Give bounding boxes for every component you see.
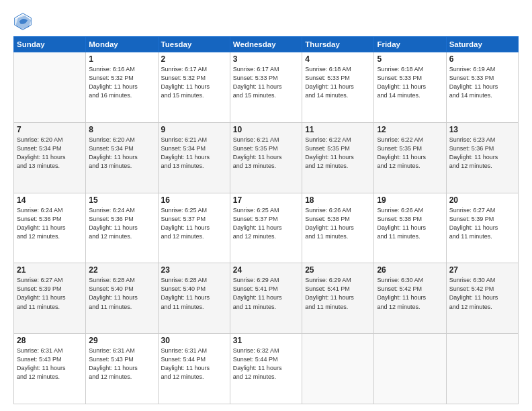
calendar-cell: 31Sunrise: 6:32 AM Sunset: 5:44 PM Dayli…	[230, 334, 302, 404]
day-info: Sunrise: 6:27 AM Sunset: 5:39 PM Dayligh…	[449, 206, 515, 241]
calendar-cell: 22Sunrise: 6:28 AM Sunset: 5:40 PM Dayli…	[86, 263, 158, 334]
day-info: Sunrise: 6:24 AM Sunset: 5:36 PM Dayligh…	[17, 206, 83, 241]
day-info: Sunrise: 6:26 AM Sunset: 5:38 PM Dayligh…	[377, 206, 443, 241]
day-number: 20	[449, 195, 515, 205]
calendar-cell: 8Sunrise: 6:20 AM Sunset: 5:34 PM Daylig…	[86, 122, 158, 193]
calendar-cell: 25Sunrise: 6:29 AM Sunset: 5:41 PM Dayli…	[302, 263, 374, 334]
day-info: Sunrise: 6:30 AM Sunset: 5:42 PM Dayligh…	[377, 276, 443, 311]
day-number: 17	[233, 195, 299, 205]
day-number: 19	[377, 195, 443, 205]
day-number: 21	[17, 265, 83, 275]
calendar-cell: 4Sunrise: 6:18 AM Sunset: 5:33 PM Daylig…	[302, 52, 374, 123]
day-info: Sunrise: 6:28 AM Sunset: 5:40 PM Dayligh…	[89, 276, 154, 311]
calendar-cell: 14Sunrise: 6:24 AM Sunset: 5:36 PM Dayli…	[14, 193, 86, 263]
calendar-cell	[374, 334, 446, 404]
day-info: Sunrise: 6:26 AM Sunset: 5:38 PM Dayligh…	[305, 206, 371, 241]
day-info: Sunrise: 6:17 AM Sunset: 5:32 PM Dayligh…	[161, 65, 227, 100]
day-info: Sunrise: 6:30 AM Sunset: 5:42 PM Dayligh…	[449, 276, 515, 311]
day-number: 13	[449, 125, 515, 134]
week-row-2: 7Sunrise: 6:20 AM Sunset: 5:34 PM Daylig…	[14, 122, 519, 193]
day-info: Sunrise: 6:31 AM Sunset: 5:44 PM Dayligh…	[161, 347, 227, 381]
day-number: 16	[161, 195, 227, 205]
calendar-cell: 3Sunrise: 6:17 AM Sunset: 5:33 PM Daylig…	[230, 52, 302, 123]
calendar-cell: 7Sunrise: 6:20 AM Sunset: 5:34 PM Daylig…	[14, 122, 86, 193]
calendar-cell: 17Sunrise: 6:25 AM Sunset: 5:37 PM Dayli…	[230, 193, 302, 263]
day-info: Sunrise: 6:25 AM Sunset: 5:37 PM Dayligh…	[161, 206, 227, 241]
calendar-cell: 10Sunrise: 6:21 AM Sunset: 5:35 PM Dayli…	[230, 122, 302, 193]
weekday-header-thursday: Thursday	[302, 37, 374, 52]
calendar-cell: 30Sunrise: 6:31 AM Sunset: 5:44 PM Dayli…	[158, 334, 230, 404]
week-row-5: 28Sunrise: 6:31 AM Sunset: 5:43 PM Dayli…	[14, 334, 519, 404]
day-number: 29	[89, 336, 154, 345]
day-number: 24	[233, 265, 299, 275]
day-number: 1	[89, 54, 154, 64]
day-number: 18	[305, 195, 371, 205]
calendar-cell: 6Sunrise: 6:19 AM Sunset: 5:33 PM Daylig…	[446, 52, 518, 123]
calendar-cell	[302, 334, 374, 404]
day-number: 31	[233, 336, 299, 345]
weekday-header-tuesday: Tuesday	[158, 37, 230, 52]
day-number: 2	[161, 54, 227, 64]
calendar-cell: 20Sunrise: 6:27 AM Sunset: 5:39 PM Dayli…	[446, 193, 518, 263]
day-number: 28	[17, 336, 83, 345]
day-info: Sunrise: 6:32 AM Sunset: 5:44 PM Dayligh…	[233, 347, 299, 381]
calendar-cell	[446, 334, 518, 404]
day-number: 6	[449, 54, 515, 64]
calendar-cell: 26Sunrise: 6:30 AM Sunset: 5:42 PM Dayli…	[374, 263, 446, 334]
day-info: Sunrise: 6:23 AM Sunset: 5:36 PM Dayligh…	[449, 136, 515, 171]
weekday-header-wednesday: Wednesday	[230, 37, 302, 52]
calendar-cell: 29Sunrise: 6:31 AM Sunset: 5:43 PM Dayli…	[86, 334, 158, 404]
calendar-cell: 2Sunrise: 6:17 AM Sunset: 5:32 PM Daylig…	[158, 52, 230, 123]
calendar-cell: 23Sunrise: 6:28 AM Sunset: 5:40 PM Dayli…	[158, 263, 230, 334]
day-number: 14	[17, 195, 83, 205]
calendar-cell: 1Sunrise: 6:16 AM Sunset: 5:32 PM Daylig…	[86, 52, 158, 123]
calendar-cell: 5Sunrise: 6:18 AM Sunset: 5:33 PM Daylig…	[374, 52, 446, 123]
calendar-cell: 13Sunrise: 6:23 AM Sunset: 5:36 PM Dayli…	[446, 122, 518, 193]
week-row-4: 21Sunrise: 6:27 AM Sunset: 5:39 PM Dayli…	[14, 263, 519, 334]
logo	[13, 12, 35, 31]
logo-icon	[13, 12, 32, 31]
weekday-header-sunday: Sunday	[14, 37, 86, 52]
day-number: 4	[305, 54, 371, 64]
day-info: Sunrise: 6:29 AM Sunset: 5:41 PM Dayligh…	[305, 276, 371, 311]
day-number: 22	[89, 265, 154, 275]
day-number: 8	[89, 125, 154, 134]
day-info: Sunrise: 6:22 AM Sunset: 5:35 PM Dayligh…	[305, 136, 371, 171]
day-number: 27	[449, 265, 515, 275]
day-number: 10	[233, 125, 299, 134]
day-info: Sunrise: 6:18 AM Sunset: 5:33 PM Dayligh…	[305, 65, 371, 100]
calendar-cell	[14, 52, 86, 123]
day-number: 5	[377, 54, 443, 64]
day-number: 3	[233, 54, 299, 64]
calendar-cell: 28Sunrise: 6:31 AM Sunset: 5:43 PM Dayli…	[14, 334, 86, 404]
day-number: 12	[377, 125, 443, 134]
weekday-header-row: SundayMondayTuesdayWednesdayThursdayFrid…	[14, 37, 519, 52]
day-info: Sunrise: 6:17 AM Sunset: 5:33 PM Dayligh…	[233, 65, 299, 100]
day-info: Sunrise: 6:25 AM Sunset: 5:37 PM Dayligh…	[233, 206, 299, 241]
day-info: Sunrise: 6:29 AM Sunset: 5:41 PM Dayligh…	[233, 276, 299, 311]
day-number: 7	[17, 125, 83, 134]
week-row-1: 1Sunrise: 6:16 AM Sunset: 5:32 PM Daylig…	[14, 52, 519, 123]
day-number: 11	[305, 125, 371, 134]
day-info: Sunrise: 6:22 AM Sunset: 5:35 PM Dayligh…	[377, 136, 443, 171]
calendar-cell: 11Sunrise: 6:22 AM Sunset: 5:35 PM Dayli…	[302, 122, 374, 193]
weekday-header-saturday: Saturday	[446, 37, 518, 52]
calendar-cell: 9Sunrise: 6:21 AM Sunset: 5:34 PM Daylig…	[158, 122, 230, 193]
day-info: Sunrise: 6:28 AM Sunset: 5:40 PM Dayligh…	[161, 276, 227, 311]
calendar-cell: 15Sunrise: 6:24 AM Sunset: 5:36 PM Dayli…	[86, 193, 158, 263]
calendar-cell: 24Sunrise: 6:29 AM Sunset: 5:41 PM Dayli…	[230, 263, 302, 334]
calendar-cell: 16Sunrise: 6:25 AM Sunset: 5:37 PM Dayli…	[158, 193, 230, 263]
day-info: Sunrise: 6:19 AM Sunset: 5:33 PM Dayligh…	[449, 65, 515, 100]
day-info: Sunrise: 6:20 AM Sunset: 5:34 PM Dayligh…	[17, 136, 83, 171]
calendar-table: SundayMondayTuesdayWednesdayThursdayFrid…	[13, 36, 519, 404]
day-number: 15	[89, 195, 154, 205]
day-info: Sunrise: 6:20 AM Sunset: 5:34 PM Dayligh…	[89, 136, 154, 171]
day-number: 30	[161, 336, 227, 345]
day-number: 23	[161, 265, 227, 275]
weekday-header-monday: Monday	[86, 37, 158, 52]
day-info: Sunrise: 6:24 AM Sunset: 5:36 PM Dayligh…	[89, 206, 154, 241]
calendar-cell: 21Sunrise: 6:27 AM Sunset: 5:39 PM Dayli…	[14, 263, 86, 334]
calendar-cell: 27Sunrise: 6:30 AM Sunset: 5:42 PM Dayli…	[446, 263, 518, 334]
day-info: Sunrise: 6:31 AM Sunset: 5:43 PM Dayligh…	[89, 347, 154, 381]
day-number: 9	[161, 125, 227, 134]
